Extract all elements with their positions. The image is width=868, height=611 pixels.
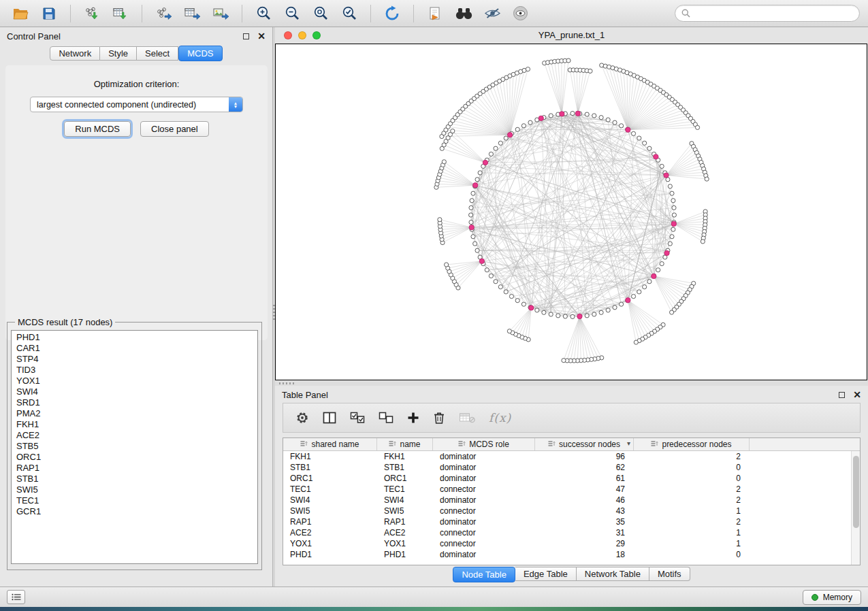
dropdown-value: largest connected component (undirected) bbox=[37, 100, 196, 110]
search-input[interactable] bbox=[694, 9, 853, 18]
window-minimize-icon[interactable] bbox=[298, 31, 306, 39]
table-cell: FKH1 bbox=[377, 452, 433, 461]
refresh-icon[interactable] bbox=[380, 3, 404, 24]
result-item[interactable]: SRD1 bbox=[12, 397, 257, 408]
trash-icon[interactable] bbox=[433, 411, 445, 425]
clone-network-icon[interactable] bbox=[423, 3, 447, 24]
task-history-button[interactable] bbox=[7, 590, 25, 604]
result-item[interactable]: PMA2 bbox=[12, 408, 257, 419]
close-panel-button[interactable]: Close panel bbox=[140, 121, 209, 137]
table-cell: 43 bbox=[535, 506, 634, 516]
close-table-panel-icon[interactable]: ✕ bbox=[853, 390, 861, 399]
table-row[interactable]: SWI5SWI5connector431 bbox=[283, 506, 851, 516]
table-scrollbar[interactable] bbox=[851, 451, 860, 565]
result-item[interactable]: PHD1 bbox=[12, 332, 257, 343]
select-all-icon[interactable] bbox=[350, 412, 365, 424]
network-view[interactable] bbox=[275, 44, 867, 380]
table-cell: 18 bbox=[535, 550, 634, 559]
tab-select[interactable]: Select bbox=[137, 46, 178, 61]
column-header-successor-nodes[interactable]: successor nodes▾ bbox=[535, 438, 634, 450]
zoom-out-icon[interactable] bbox=[280, 3, 304, 24]
export-table-icon[interactable] bbox=[180, 3, 204, 24]
table-cell: STB1 bbox=[377, 463, 433, 472]
run-mcds-button[interactable]: Run MCDS bbox=[64, 121, 131, 137]
table-row[interactable]: STB1STB1dominator620 bbox=[283, 462, 851, 473]
gear-icon[interactable] bbox=[295, 411, 309, 425]
float-panel-icon[interactable] bbox=[243, 33, 249, 39]
toolbar-separator bbox=[142, 5, 142, 22]
float-table-panel-icon[interactable] bbox=[839, 392, 845, 398]
tab-motifs[interactable]: Motifs bbox=[649, 567, 690, 581]
result-item[interactable]: GCR1 bbox=[12, 506, 257, 517]
column-header-predecessor-nodes[interactable]: predecessor nodes bbox=[634, 438, 750, 450]
result-item[interactable]: STP4 bbox=[12, 354, 257, 365]
table-cell: PHD1 bbox=[283, 550, 377, 559]
table-row[interactable]: YOX1YOX1connector291 bbox=[283, 538, 851, 549]
zoom-in-icon[interactable] bbox=[251, 3, 276, 24]
export-network-icon[interactable] bbox=[151, 3, 176, 24]
memory-button[interactable]: Memory bbox=[803, 590, 861, 605]
result-item[interactable]: STB1 bbox=[12, 474, 257, 484]
tab-mcds[interactable]: MCDS bbox=[178, 46, 222, 61]
table-cell: SWI5 bbox=[377, 506, 433, 516]
scrollbar-thumb[interactable] bbox=[853, 456, 859, 528]
result-item[interactable]: RAP1 bbox=[12, 463, 257, 474]
column-header-shared-name[interactable]: shared name bbox=[283, 438, 377, 450]
column-header-mcds-role[interactable]: MCDS role bbox=[433, 438, 535, 450]
table-row[interactable]: RAP1RAP1dominator352 bbox=[283, 516, 851, 527]
tab-network-table[interactable]: Network Table bbox=[577, 567, 649, 581]
table-cell: 62 bbox=[535, 463, 634, 472]
table-cell: dominator bbox=[433, 550, 535, 559]
zoom-fit-icon[interactable] bbox=[308, 3, 333, 24]
table-cell: dominator bbox=[433, 452, 535, 461]
import-table-icon[interactable] bbox=[108, 3, 133, 24]
search-network-icon[interactable] bbox=[451, 3, 476, 24]
column-filter-arrow-icon[interactable]: ▾ bbox=[627, 440, 630, 447]
result-item[interactable]: STB5 bbox=[12, 441, 257, 452]
function-builder-button[interactable]: f(x) bbox=[489, 411, 511, 425]
clear-selection-icon[interactable] bbox=[379, 412, 393, 424]
horizontal-splitter[interactable] bbox=[275, 380, 868, 386]
eye-icon[interactable] bbox=[509, 3, 533, 24]
table-row[interactable]: FKH1FKH1dominator962 bbox=[283, 451, 851, 462]
column-header-name[interactable]: name bbox=[377, 438, 433, 450]
tab-node-table[interactable]: Node Table bbox=[453, 567, 515, 582]
result-item[interactable]: ORC1 bbox=[12, 452, 257, 463]
table-cell: connector bbox=[433, 484, 535, 494]
result-item[interactable]: FKH1 bbox=[12, 419, 257, 430]
zoom-selected-icon[interactable] bbox=[337, 3, 361, 24]
table-row[interactable]: TEC1TEC1connector472 bbox=[283, 484, 851, 495]
tab-style[interactable]: Style bbox=[100, 46, 137, 61]
search-icon bbox=[681, 9, 690, 18]
export-image-icon[interactable] bbox=[208, 3, 233, 24]
result-item[interactable]: YOX1 bbox=[12, 376, 257, 386]
result-item[interactable]: TEC1 bbox=[12, 495, 257, 506]
table-cell: connector bbox=[433, 506, 535, 516]
table-row[interactable]: ORC1ORC1dominator610 bbox=[283, 473, 851, 484]
result-item[interactable]: TID3 bbox=[12, 365, 257, 376]
add-icon[interactable] bbox=[407, 412, 419, 424]
table-row[interactable]: PHD1PHD1dominator180 bbox=[283, 549, 851, 560]
import-network-icon[interactable] bbox=[80, 3, 104, 24]
close-panel-icon[interactable]: ✕ bbox=[257, 31, 266, 41]
table-cell: ORC1 bbox=[283, 474, 377, 483]
open-file-icon[interactable] bbox=[8, 3, 33, 24]
sort-icon bbox=[300, 440, 308, 449]
tab-network[interactable]: Network bbox=[50, 46, 100, 61]
hide-panels-icon[interactable] bbox=[480, 3, 504, 24]
split-columns-icon[interactable] bbox=[323, 412, 336, 424]
sort-icon bbox=[389, 440, 396, 449]
result-item[interactable]: SWI5 bbox=[12, 484, 257, 495]
optimization-dropdown[interactable]: largest connected component (undirected)… bbox=[30, 97, 243, 112]
window-maximize-icon[interactable] bbox=[312, 31, 321, 39]
window-close-icon[interactable] bbox=[284, 31, 292, 39]
table-cell: SWI4 bbox=[377, 495, 433, 505]
result-item[interactable]: ACE2 bbox=[12, 430, 257, 441]
tab-edge-table[interactable]: Edge Table bbox=[515, 567, 577, 581]
result-item[interactable]: SWI4 bbox=[12, 386, 257, 397]
table-row[interactable]: ACE2ACE2connector311 bbox=[283, 527, 851, 538]
save-icon[interactable] bbox=[37, 3, 61, 24]
table-cell: connector bbox=[433, 539, 535, 548]
table-row[interactable]: SWI4SWI4dominator462 bbox=[283, 495, 851, 506]
result-item[interactable]: CAR1 bbox=[12, 343, 257, 354]
